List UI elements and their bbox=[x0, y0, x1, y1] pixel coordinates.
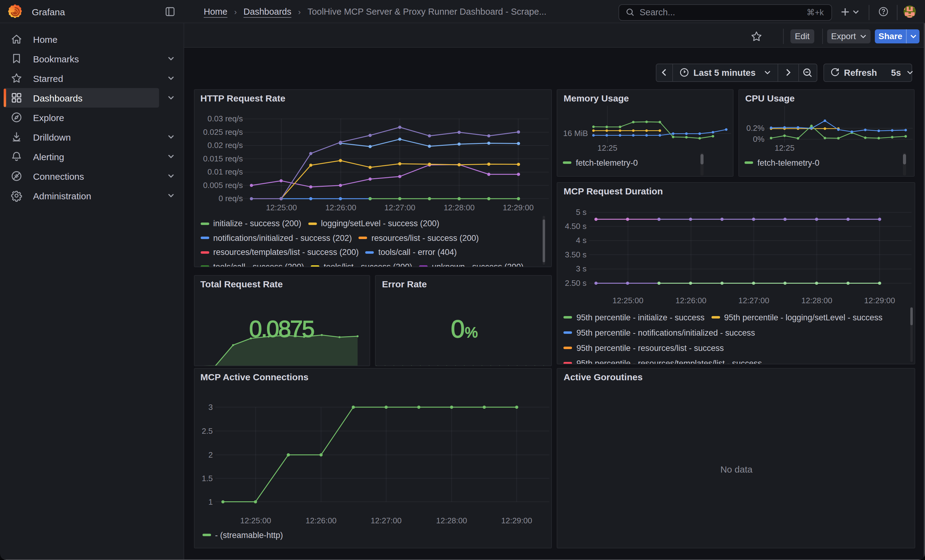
svg-text:0%: 0% bbox=[451, 315, 478, 342]
svg-text:4 s: 4 s bbox=[576, 236, 587, 245]
svg-text:12:26:00: 12:26:00 bbox=[676, 296, 707, 305]
svg-text:3 s: 3 s bbox=[576, 264, 587, 273]
svg-text:12:27:00: 12:27:00 bbox=[738, 296, 769, 305]
svg-text:12:28:00: 12:28:00 bbox=[443, 203, 474, 212]
svg-text:0.025 req/s: 0.025 req/s bbox=[203, 127, 243, 136]
svg-text:12:29:00: 12:29:00 bbox=[501, 516, 532, 525]
svg-text:16 MiB: 16 MiB bbox=[563, 128, 588, 138]
svg-text:1.5: 1.5 bbox=[201, 473, 212, 483]
svg-text:0.03 req/s: 0.03 req/s bbox=[207, 114, 243, 123]
svg-text:12:27:00: 12:27:00 bbox=[384, 203, 415, 212]
svg-text:12:28:00: 12:28:00 bbox=[801, 296, 832, 305]
svg-text:12:25:00: 12:25:00 bbox=[265, 203, 297, 212]
svg-text:5 s: 5 s bbox=[576, 207, 587, 216]
svg-text:0.01 req/s: 0.01 req/s bbox=[207, 167, 243, 176]
svg-text:2.50 s: 2.50 s bbox=[565, 278, 587, 287]
svg-text:12:25:00: 12:25:00 bbox=[240, 516, 271, 525]
svg-text:0.02 req/s: 0.02 req/s bbox=[207, 140, 243, 150]
svg-text:3.50 s: 3.50 s bbox=[565, 250, 587, 259]
svg-text:1: 1 bbox=[208, 497, 212, 506]
svg-text:12:29:00: 12:29:00 bbox=[865, 296, 895, 305]
svg-text:12:26:00: 12:26:00 bbox=[305, 516, 336, 525]
svg-text:4.50 s: 4.50 s bbox=[565, 221, 587, 230]
svg-text:12:29:00: 12:29:00 bbox=[502, 203, 533, 212]
svg-text:0.015 req/s: 0.015 req/s bbox=[203, 154, 243, 163]
svg-text:12:28:00: 12:28:00 bbox=[436, 516, 467, 525]
svg-text:2.5: 2.5 bbox=[201, 426, 212, 435]
svg-text:2: 2 bbox=[208, 450, 212, 459]
svg-text:0.0875: 0.0875 bbox=[249, 315, 314, 341]
svg-text:0.005 req/s: 0.005 req/s bbox=[203, 180, 243, 189]
svg-text:12:25: 12:25 bbox=[775, 143, 795, 152]
svg-text:12:27:00: 12:27:00 bbox=[371, 516, 401, 525]
svg-text:0%: 0% bbox=[753, 134, 765, 143]
svg-text:12:25:00: 12:25:00 bbox=[613, 296, 643, 305]
svg-text:0.2%: 0.2% bbox=[746, 123, 764, 132]
svg-text:3: 3 bbox=[208, 402, 212, 411]
svg-text:12:26:00: 12:26:00 bbox=[325, 203, 356, 212]
svg-text:0 req/s: 0 req/s bbox=[218, 194, 243, 203]
svg-text:12:25: 12:25 bbox=[598, 143, 618, 152]
